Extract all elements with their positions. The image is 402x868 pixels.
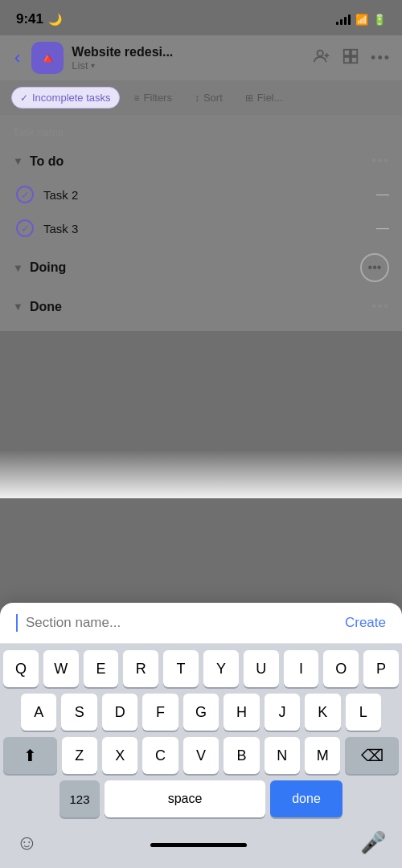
sort-button[interactable]: ↕ Sort — [187, 88, 231, 108]
svg-rect-3 — [344, 56, 350, 62]
section-done[interactable]: ▼ Done ••• — [0, 290, 402, 323]
moon-icon: 🌙 — [48, 13, 62, 26]
key-w[interactable]: W — [43, 650, 79, 687]
filter-bar: ✓ Incomplete tasks ≡ Filters ↕ Sort ⊞ Fi… — [0, 80, 402, 115]
section-more-todo[interactable]: ••• — [371, 153, 389, 170]
signal-icon — [336, 14, 351, 25]
filter-icon: ≡ — [134, 92, 140, 104]
task-name-task2: Task 2 — [43, 188, 367, 202]
key-f[interactable]: F — [142, 694, 178, 731]
space-key[interactable]: space — [105, 780, 265, 817]
section-doing[interactable]: ▼ Doing ••• — [0, 245, 402, 290]
app-icon: 🔺 — [31, 42, 64, 74]
keyboard-row-4: 123 space done — [3, 780, 399, 817]
key-i[interactable]: I — [284, 650, 319, 687]
svg-rect-4 — [351, 56, 357, 62]
key-h[interactable]: H — [224, 694, 259, 731]
project-name: Website redesi... — [72, 45, 305, 59]
task-row-task3: ✓ Task 3 — — [0, 211, 402, 245]
layout-button[interactable] — [342, 47, 359, 69]
key-t[interactable]: T — [163, 650, 199, 687]
column-header: Task name — [0, 123, 402, 145]
key-n[interactable]: N — [265, 737, 300, 774]
fields-icon: ⊞ — [245, 92, 253, 104]
time-display: 9:41 — [16, 11, 43, 27]
section-toggle-done: ▼ — [13, 301, 23, 313]
task-list: Task name ▼ To do ••• ✓ Task 2 — ✓ Task … — [0, 115, 402, 331]
section-title-done: Done — [30, 300, 371, 314]
key-s[interactable]: S — [61, 694, 96, 731]
key-m[interactable]: M — [305, 737, 340, 774]
section-more-done[interactable]: ••• — [371, 298, 389, 315]
key-k[interactable]: K — [305, 694, 340, 731]
section-title-todo: To do — [30, 154, 371, 169]
wifi-icon: 📶 — [355, 14, 368, 26]
keyboard-bottom: ☺ 🎤 — [3, 824, 399, 865]
section-todo[interactable]: ▼ To do ••• — [0, 145, 402, 178]
key-j[interactable]: J — [265, 694, 300, 731]
key-o[interactable]: O — [323, 650, 359, 687]
key-v[interactable]: V — [183, 737, 219, 774]
task-name-task3: Task 3 — [43, 222, 367, 235]
section-toggle-todo: ▼ — [13, 155, 23, 167]
key-e[interactable]: E — [84, 650, 119, 687]
header-title: Website redesi... List ▾ — [72, 45, 305, 72]
task-check-task2[interactable]: ✓ — [16, 186, 34, 203]
key-y[interactable]: Y — [203, 650, 239, 687]
shift-key[interactable]: ⬆ — [3, 737, 57, 774]
key-z[interactable]: Z — [62, 737, 97, 774]
person-add-button[interactable] — [313, 47, 330, 69]
key-c[interactable]: C — [142, 737, 178, 774]
keyboard-row-1: Q W E R T Y U I O P — [3, 650, 399, 687]
emoji-button[interactable]: ☺ — [16, 830, 38, 855]
microphone-button[interactable]: 🎤 — [360, 830, 386, 855]
sort-icon: ↕ — [195, 92, 199, 104]
battery-icon: 🔋 — [373, 14, 386, 26]
key-d[interactable]: D — [102, 694, 137, 731]
fields-button[interactable]: ⊞ Fiel... — [237, 88, 291, 108]
svg-rect-2 — [351, 49, 357, 55]
view-selector[interactable]: List ▾ — [72, 59, 305, 72]
keyboard-row-2: A S D F G H J K L — [3, 694, 399, 731]
section-toggle-doing: ▼ — [13, 262, 23, 274]
check-circle-icon: ✓ — [20, 92, 28, 104]
section-name-input-area: Create — [0, 603, 402, 644]
key-b[interactable]: B — [224, 737, 259, 774]
incomplete-tasks-filter[interactable]: ✓ Incomplete tasks — [11, 87, 120, 108]
status-bar: 9:41 🌙 📶 🔋 — [0, 0, 402, 35]
doing-more-button[interactable]: ••• — [360, 253, 389, 282]
cursor-indicator — [16, 614, 18, 632]
bottom-sheet: Create Q W E R T Y U I O P A S D F G H J… — [0, 603, 402, 868]
key-l[interactable]: L — [346, 694, 381, 731]
status-time: 9:41 🌙 — [16, 11, 62, 27]
home-indicator — [150, 843, 247, 847]
keyboard: Q W E R T Y U I O P A S D F G H J K L ⬆ … — [0, 644, 402, 868]
key-q[interactable]: Q — [3, 650, 39, 687]
section-title-doing: Doing — [30, 260, 360, 275]
key-x[interactable]: X — [102, 737, 137, 774]
svg-rect-1 — [344, 49, 350, 55]
keyboard-row-3: ⬆ Z X C V B N M ⌫ — [3, 737, 399, 774]
svg-point-0 — [318, 50, 323, 55]
key-a[interactable]: A — [21, 694, 56, 731]
header: ‹ 🔺 Website redesi... List ▾ ••• — [0, 35, 402, 80]
status-icons: 📶 🔋 — [336, 14, 386, 26]
section-name-input[interactable] — [26, 615, 337, 631]
task-check-task3[interactable]: ✓ — [16, 219, 34, 237]
delete-key[interactable]: ⌫ — [345, 737, 399, 774]
key-u[interactable]: U — [244, 650, 279, 687]
key-p[interactable]: P — [363, 650, 399, 687]
task-extra-task3: — — [376, 221, 389, 235]
filters-button[interactable]: ≡ Filters — [126, 88, 180, 108]
back-button[interactable]: ‹ — [11, 44, 23, 72]
task-row-task2: ✓ Task 2 — — [0, 178, 402, 211]
done-key[interactable]: done — [270, 780, 343, 817]
numbers-key[interactable]: 123 — [59, 780, 100, 817]
key-r[interactable]: R — [123, 650, 158, 687]
key-g[interactable]: G — [183, 694, 219, 731]
header-actions: ••• — [313, 47, 391, 69]
task-extra-task2: — — [376, 187, 389, 202]
more-options-button[interactable]: ••• — [371, 50, 391, 67]
create-button[interactable]: Create — [345, 615, 386, 631]
